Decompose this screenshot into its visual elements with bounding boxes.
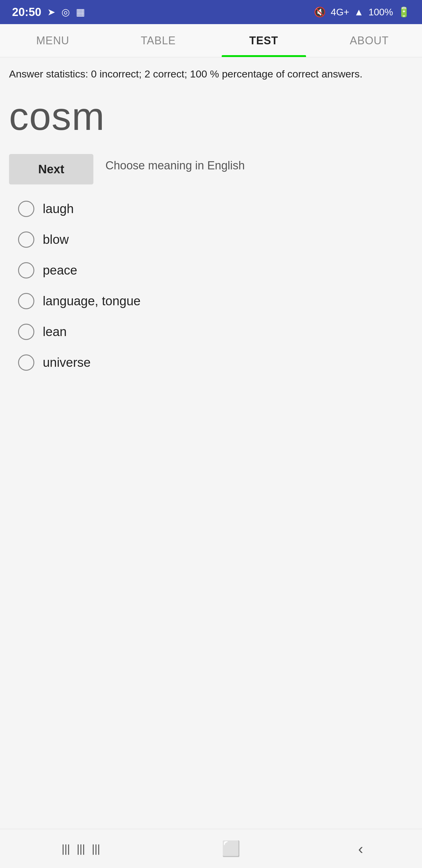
option-label-language-tongue: language, tongue	[43, 294, 141, 308]
test-word: cosm	[9, 94, 413, 139]
option-label-lean: lean	[43, 324, 67, 339]
next-button[interactable]: Next	[9, 154, 93, 184]
battery-icon: 🔋	[398, 6, 410, 18]
radio-language-tongue[interactable]	[18, 293, 34, 309]
network-type-label: 4G+	[331, 7, 349, 18]
back-icon[interactable]: ‹	[358, 840, 363, 858]
recent-apps-icon[interactable]: ⫼⫼⫼	[59, 840, 104, 858]
radio-peace[interactable]	[18, 262, 34, 278]
option-lean[interactable]: lean	[9, 316, 413, 347]
battery-label: 100%	[368, 7, 393, 18]
nav-tabs: MENU TABLE TEST ABOUT	[0, 24, 422, 57]
option-label-peace: peace	[43, 263, 77, 278]
status-time: 20:50	[12, 6, 41, 19]
option-label-laugh: laugh	[43, 202, 74, 216]
answer-options: laugh blow peace language, tongue lean u…	[9, 193, 413, 378]
option-universe[interactable]: universe	[9, 347, 413, 378]
option-label-blow: blow	[43, 232, 69, 247]
status-bar-left: 20:50 ➤ ◎ ▦	[12, 6, 85, 19]
answer-statistics: Answer statistics: 0 incorrect; 2 correc…	[9, 66, 413, 82]
radio-universe[interactable]	[18, 354, 34, 371]
shazam-icon: ◎	[61, 6, 70, 18]
tab-table[interactable]: TABLE	[105, 24, 211, 57]
option-laugh[interactable]: laugh	[9, 193, 413, 224]
mute-icon: 🔇	[314, 6, 326, 18]
radio-blow[interactable]	[18, 231, 34, 248]
status-bar-right: 🔇 4G+ ▲ 100% 🔋	[314, 6, 410, 18]
option-peace[interactable]: peace	[9, 255, 413, 286]
tab-test[interactable]: TEST	[211, 24, 317, 57]
signal-icon: ▲	[354, 7, 363, 18]
tab-about[interactable]: ABOUT	[317, 24, 422, 57]
bottom-nav-bar: ⫼⫼⫼ ⬜ ‹	[0, 829, 422, 868]
question-row: Next Choose meaning in English	[9, 154, 413, 184]
option-blow[interactable]: blow	[9, 224, 413, 255]
navigation-icon: ➤	[47, 6, 56, 18]
radio-laugh[interactable]	[18, 201, 34, 217]
option-language-tongue[interactable]: language, tongue	[9, 286, 413, 316]
question-prompt: Choose meaning in English	[105, 154, 245, 174]
radio-lean[interactable]	[18, 324, 34, 340]
status-bar: 20:50 ➤ ◎ ▦ 🔇 4G+ ▲ 100% 🔋	[0, 0, 422, 24]
qr-icon: ▦	[76, 6, 85, 18]
home-icon[interactable]: ⬜	[222, 840, 240, 858]
main-content: Answer statistics: 0 incorrect; 2 correc…	[0, 57, 422, 829]
option-label-universe: universe	[43, 355, 91, 370]
tab-menu[interactable]: MENU	[0, 24, 105, 57]
